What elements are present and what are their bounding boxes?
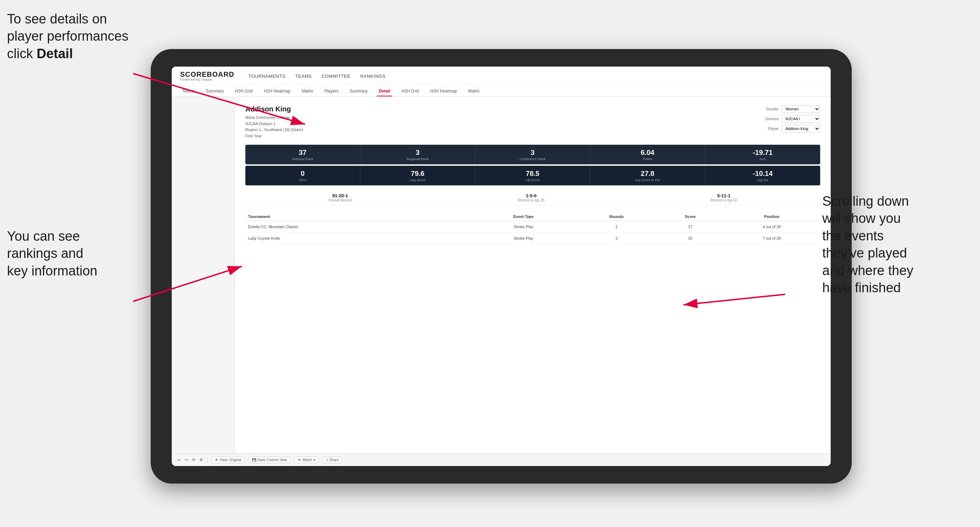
record-top25-value: 1-5-0: [518, 193, 545, 198]
save-label: Save Custom View: [258, 458, 287, 462]
record-top25-label: Record vs top 25: [518, 198, 545, 202]
stat-avg-sg: -10.14 Avg SG: [705, 166, 820, 185]
player-filters: Gender Women Division NJCAA I: [761, 105, 820, 132]
annotation-bottomright: Scrolling down will show you the events …: [822, 193, 969, 297]
nav-teams[interactable]: TEAMS: [295, 72, 312, 80]
stat-avg-score-to-par: 27.8 Avg Score to Par: [590, 166, 705, 185]
col-tournament: Tournament: [245, 212, 471, 221]
tournament-name-2: Lady Coyote Invite: [245, 233, 471, 244]
stat-national-rank: 37 National Rank: [245, 145, 360, 164]
player-header: Addison King Mesa Community College NJCA…: [245, 105, 820, 139]
annotation-bottomright-line2: will show you: [822, 211, 901, 225]
stat-value-avg-score-to-par: 27.8: [595, 169, 700, 178]
records-row: 91-20-1 Overall Record 1-5-0 Record vs t…: [245, 190, 820, 205]
share-icon: ⎋: [326, 458, 328, 462]
stat-label-avg-sg: Avg SG: [710, 178, 815, 182]
stats-grid-2: 0 Wins 79.6 Avg Score 78.5 Adj Score 27.…: [245, 166, 820, 185]
stat-regional-rank: 3 Regional Rank: [360, 145, 475, 164]
save-custom-view-button[interactable]: 💾 Save Custom View: [249, 457, 290, 463]
player-division: NJCAA Division 1: [245, 121, 303, 127]
stat-value-avg-score: 79.6: [365, 169, 470, 178]
player-select[interactable]: Addison King: [782, 125, 820, 132]
watch-icon: 👁: [298, 458, 301, 462]
subnav-summary2[interactable]: Summary: [347, 87, 369, 96]
subnav-matrix[interactable]: Matrix: [300, 87, 315, 96]
player-name: Addison King: [245, 105, 303, 113]
stat-sos: -19.71 SoS: [705, 145, 820, 164]
annotation-bottomleft-line2: rankings and: [7, 246, 83, 261]
stat-label-sos: SoS: [710, 157, 815, 161]
stats-grid-1: 37 National Rank 3 Regional Rank 3 Confe…: [245, 145, 820, 164]
subnav-h2hheatmap2[interactable]: H2H Heatmap: [428, 87, 459, 96]
nav-tournaments[interactable]: TOURNAMENTS: [248, 72, 285, 80]
view-icon: 👁: [215, 458, 218, 462]
main-nav-links: TOURNAMENTS TEAMS COMMITTEE RANKINGS: [248, 72, 385, 80]
share-button[interactable]: ⎋ Share: [323, 457, 342, 463]
player-filter-row: Player Addison King: [761, 125, 820, 132]
sub-nav: Teams Summary H2H Grid H2H Heatmap Matri…: [180, 85, 822, 96]
annotation-bottomright-line6: have finished: [822, 280, 901, 295]
content-area: Addison King Mesa Community College NJCA…: [235, 97, 831, 453]
gender-label: Gender: [761, 107, 779, 111]
watch-button[interactable]: 👁 Watch ▾: [294, 457, 318, 463]
subnav-detail[interactable]: Detail: [377, 87, 393, 96]
subnav-matrix2[interactable]: Matrix: [466, 87, 482, 96]
col-score: Score: [657, 212, 724, 221]
stat-wins: 0 Wins: [245, 166, 360, 185]
division-label: Division: [761, 117, 779, 121]
record-top50: 5-11-1 Record vs top 50: [711, 193, 737, 202]
stat-value-regional-rank: 3: [365, 148, 470, 157]
toolbar-redo-icon[interactable]: ↪: [185, 458, 188, 462]
stat-value-avg-sg: -10.14: [710, 169, 815, 178]
annotation-bottomright-line1: Scrolling down: [822, 194, 909, 208]
record-overall-label: Overall Record: [328, 198, 352, 202]
stat-label-national-rank: National Rank: [250, 157, 355, 161]
score-2: 16: [657, 233, 724, 244]
save-icon: 💾: [252, 458, 256, 462]
stat-avg-score: 79.6 Avg Score: [360, 166, 475, 185]
division-select[interactable]: NJCAA I: [782, 115, 820, 123]
position-2: 7 out of 20: [724, 233, 820, 244]
annotation-topleft-detail: Detail: [37, 46, 73, 61]
event-type-1: Stroke Play: [471, 221, 576, 233]
player-year: First Year: [245, 133, 303, 140]
subnav-h2hgrid[interactable]: H2H Grid: [233, 87, 255, 96]
left-sidebar: [172, 97, 235, 453]
gender-select[interactable]: Women: [782, 105, 820, 113]
view-original-button[interactable]: 👁 View: Original: [212, 457, 245, 463]
record-top50-value: 5-11-1: [711, 193, 737, 198]
subnav-teams[interactable]: Teams: [180, 87, 197, 96]
record-top50-label: Record vs top 50: [711, 198, 737, 202]
tablet-screen: SCOREBOARD Powered by clippd TOURNAMENTS…: [172, 67, 831, 466]
nav-committee[interactable]: COMMITTEE: [321, 72, 350, 80]
toolbar-undo-icon[interactable]: ↩: [177, 458, 180, 462]
record-overall-value: 91-20-1: [328, 193, 352, 198]
table-row: Lady Coyote Invite Stroke Play 2 16 7 ou…: [245, 233, 820, 244]
stat-value-points: 6.04: [595, 148, 700, 157]
nav-rankings[interactable]: RANKINGS: [360, 72, 385, 80]
toolbar-settings-icon[interactable]: ⚙: [199, 458, 203, 462]
player-label: Player: [761, 127, 779, 131]
top-nav: SCOREBOARD Powered by clippd TOURNAMENTS…: [172, 67, 831, 97]
stat-label-avg-score-to-par: Avg Score to Par: [595, 178, 700, 182]
bottom-toolbar: ↩ ↪ ⟳ ⚙ 👁 View: Original 💾 Save Custom V…: [172, 453, 831, 466]
subnav-h2hheatmap[interactable]: H2H Heatmap: [262, 87, 293, 96]
subnav-h2hgrid2[interactable]: H2H Grid: [399, 87, 421, 96]
toolbar-divider: [207, 457, 207, 463]
logo-title: SCOREBOARD: [180, 71, 234, 78]
subnav-players[interactable]: Players: [322, 87, 340, 96]
annotation-bottomleft: You can see rankings and key information: [7, 228, 140, 279]
table-body: Estella CC- Mountain Classic Stroke Play…: [245, 221, 820, 244]
score-1: 17: [657, 221, 724, 233]
subnav-summary[interactable]: Summary: [204, 87, 226, 96]
col-position: Position: [724, 212, 820, 221]
tournament-name-1: Estella CC- Mountain Classic: [245, 221, 471, 233]
col-event-type: Event Type: [471, 212, 576, 221]
toolbar-refresh-icon[interactable]: ⟳: [192, 458, 195, 462]
watch-chevron-icon: ▾: [314, 458, 315, 462]
gender-filter-row: Gender Women: [761, 105, 820, 113]
annotation-topleft-line1: To see details on: [7, 11, 107, 26]
annotation-topleft: To see details on player performances cl…: [7, 11, 140, 62]
player-region: Region 1 - Southwest (18) District: [245, 127, 303, 133]
player-info: Addison King Mesa Community College NJCA…: [245, 105, 303, 139]
